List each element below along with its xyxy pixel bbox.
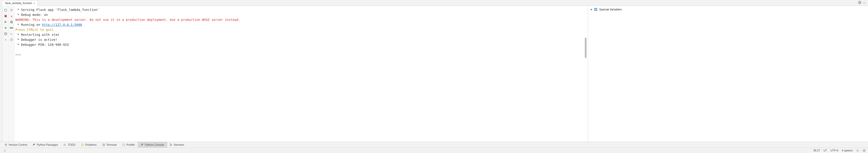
- run-icon[interactable]: [4, 20, 8, 24]
- special-variables-label: Special Variables: [599, 8, 622, 11]
- svg-marker-2: [5, 21, 7, 23]
- status-line-separator[interactable]: LF: [824, 149, 827, 152]
- running-url-link[interactable]: http://127.0.0.1:5000: [42, 23, 82, 27]
- console-line: * Debugger PIN: 128-990-923: [16, 43, 69, 47]
- rerun-icon[interactable]: [4, 8, 8, 12]
- tool-label: Python Packages: [37, 143, 58, 147]
- console-wrap: * Serving Flask app 'flask_lambda_functi…: [14, 6, 588, 142]
- variables-group-icon: [594, 8, 597, 11]
- tool-problems[interactable]: Problems: [79, 142, 100, 148]
- tool-profiler[interactable]: Profiler: [120, 142, 138, 148]
- svg-point-40: [864, 150, 865, 151]
- svg-point-29: [64, 145, 64, 145]
- status-indent[interactable]: 4 spaces: [842, 149, 852, 152]
- tool-version-control[interactable]: Version Control: [2, 142, 30, 148]
- show-vars-icon[interactable]: [9, 26, 13, 30]
- tool-python-console[interactable]: Python Console: [138, 142, 167, 148]
- tool-python-packages[interactable]: Python Packages: [30, 142, 61, 148]
- status-bar: ◻ 36:27 LF UTF-8 4 spaces: [0, 148, 868, 153]
- profiler-icon: [122, 144, 125, 146]
- svg-point-22: [6, 144, 7, 144]
- svg-line-6: [4, 27, 5, 28]
- gear-icon[interactable]: [858, 1, 861, 5]
- svg-line-7: [6, 27, 6, 28]
- inspections-icon[interactable]: [863, 149, 866, 152]
- history-icon[interactable]: [9, 37, 13, 42]
- running-prefix: * Running on: [16, 23, 42, 27]
- svg-point-30: [64, 145, 64, 146]
- scrollbar-thumb[interactable]: [585, 37, 587, 58]
- svg-marker-38: [170, 144, 172, 146]
- console-toolbar-primary: +: [3, 6, 8, 142]
- debug-icon[interactable]: [4, 26, 8, 30]
- svg-point-0: [859, 2, 860, 3]
- settings-icon[interactable]: [4, 32, 8, 36]
- console-output[interactable]: * Serving Flask app 'flask_lambda_functi…: [14, 6, 584, 142]
- tool-terminal[interactable]: Terminal: [100, 142, 120, 148]
- special-variables-row[interactable]: ▶ Special Variables: [591, 8, 865, 11]
- svg-point-23: [6, 145, 6, 146]
- svg-point-28: [64, 144, 64, 144]
- tool-window-bar: Version Control Python Packages TODO Pro…: [0, 142, 868, 148]
- svg-line-9: [6, 28, 6, 28]
- svg-rect-34: [103, 144, 105, 146]
- tool-label: TODO: [68, 143, 75, 147]
- status-left: ◻: [2, 149, 6, 152]
- svg-point-24: [34, 144, 34, 144]
- console-line: * Serving Flask app 'flask_lambda_functi…: [16, 8, 99, 11]
- svg-rect-1: [4, 15, 7, 17]
- tool-label: Profiler: [126, 143, 135, 147]
- problems-icon: [81, 144, 84, 146]
- tool-label: Python Console: [145, 143, 164, 147]
- tool-todo[interactable]: TODO: [61, 142, 78, 148]
- console-toolbar-secondary: [8, 6, 14, 142]
- svg-line-8: [4, 28, 5, 28]
- svg-point-10: [5, 33, 6, 34]
- soft-wrap-icon[interactable]: [9, 8, 13, 12]
- services-icon: [170, 144, 173, 146]
- warning-label: WARNING:: [16, 18, 31, 22]
- svg-point-3: [5, 27, 6, 29]
- tab-bar-right: —: [858, 0, 868, 6]
- main-area: + * Serving Flask app 'flask_lambda_func…: [0, 6, 868, 142]
- console-with-input-icon[interactable]: [9, 32, 13, 36]
- svg-rect-18: [10, 27, 13, 29]
- tool-window-toggle-icon[interactable]: ◻: [4, 149, 6, 152]
- readonly-icon[interactable]: [856, 149, 859, 152]
- tool-services[interactable]: Services: [167, 142, 187, 148]
- ctrlc-hint: Press CTRL+C to quit: [16, 28, 54, 31]
- print-icon[interactable]: [9, 20, 13, 24]
- console-prompt[interactable]: >>>: [16, 53, 21, 56]
- left-gutter: [0, 6, 3, 142]
- variables-panel: ▶ Special Variables: [588, 6, 868, 142]
- svg-point-21: [5, 144, 6, 144]
- branch-icon: [4, 144, 7, 146]
- todo-icon: [64, 144, 66, 146]
- status-encoding[interactable]: UTF-8: [831, 149, 838, 152]
- terminal-icon: [102, 144, 105, 146]
- svg-point-33: [82, 145, 83, 146]
- tool-label: Services: [174, 143, 184, 147]
- tool-label: Version Control: [8, 143, 27, 147]
- warning-text: This is a development server. Do not use…: [31, 18, 240, 22]
- chevron-right-icon: ▶: [591, 8, 592, 11]
- console-line: * Debug mode: on: [16, 13, 48, 17]
- scroll-to-end-icon[interactable]: [9, 14, 13, 18]
- tool-label: Terminal: [106, 143, 117, 147]
- console-line: * Debugger is active!: [16, 38, 57, 42]
- python-console-icon: [141, 144, 144, 146]
- tool-label: Problems: [85, 143, 97, 147]
- minimize-icon[interactable]: —: [863, 1, 866, 4]
- console-tab[interactable]: flask_lambda_function ✕: [2, 0, 38, 6]
- python-icon: [33, 144, 35, 146]
- svg-point-41: [863, 149, 866, 152]
- console-tab-bar: flask_lambda_function ✕ —: [0, 0, 868, 6]
- close-icon[interactable]: ✕: [33, 2, 35, 4]
- stop-icon[interactable]: [4, 14, 8, 18]
- svg-rect-39: [857, 150, 859, 151]
- console-scrollbar[interactable]: [584, 6, 587, 142]
- console-line: * Restarting with stat: [16, 33, 59, 36]
- status-cursor[interactable]: 36:27: [813, 149, 820, 152]
- new-console-icon[interactable]: +: [4, 37, 8, 42]
- tab-label: flask_lambda_function: [5, 2, 32, 5]
